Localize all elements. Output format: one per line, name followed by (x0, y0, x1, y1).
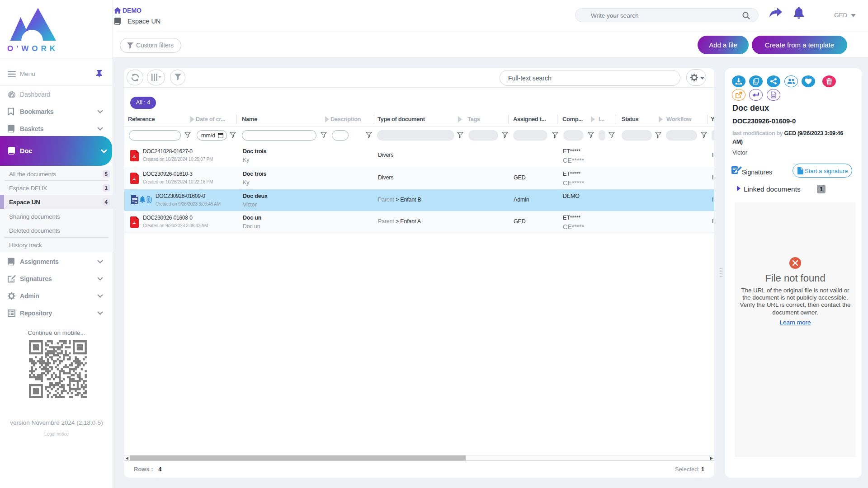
svg-text:w: w (134, 200, 137, 204)
svg-text:O'WORK: O'WORK (7, 44, 58, 53)
